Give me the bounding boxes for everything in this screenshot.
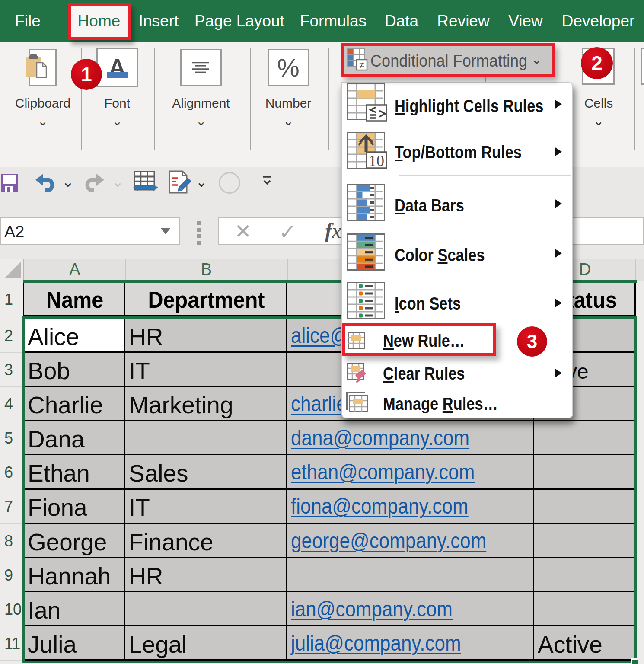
svg-text:≠: ≠ (359, 59, 364, 70)
svg-text:10: 10 (369, 152, 384, 169)
